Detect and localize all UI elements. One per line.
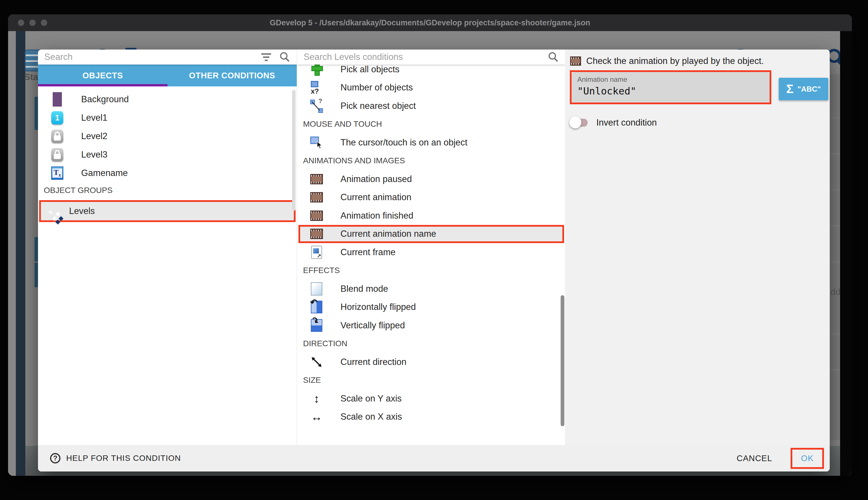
condition-description-row: Check the animation by played by the obj… [570, 56, 764, 66]
condition-list-scrollbar[interactable] [561, 295, 564, 426]
vertical-flip-icon [310, 318, 323, 333]
condition-list-panel: Pick all objects x? Number of objects ? … [297, 49, 565, 445]
section-effects: EFFECTS [297, 262, 565, 280]
invert-condition-row: Invert condition [569, 117, 657, 128]
frame-icon [310, 245, 323, 260]
condition-current-animation[interactable]: Current animation [297, 189, 565, 207]
object-list: Background 1 Level1 Level2 Level3 Tx Gam… [38, 87, 297, 222]
tab-objects[interactable]: OBJECTS [38, 65, 167, 87]
scene-tab-label-fragment: Sta [24, 72, 38, 82]
locked-button-icon [51, 129, 64, 144]
search-icon [548, 51, 559, 63]
scale-x-icon: ↔ [310, 410, 323, 424]
section-direction: DIRECTION [297, 335, 565, 353]
condition-description: Check the animation by played by the obj… [586, 56, 764, 66]
condition-animation-paused[interactable]: Animation paused [297, 170, 565, 189]
film-icon [310, 172, 323, 186]
condition-number-of-objects[interactable]: x? Number of objects [297, 79, 565, 97]
horizontal-flip-icon [310, 300, 323, 314]
condition-scale-x[interactable]: ↔ Scale on X axis [297, 408, 565, 426]
condition-animation-finished[interactable]: Animation finished [297, 206, 565, 225]
help-for-condition-link[interactable]: ? HELP FOR THIS CONDITION [50, 453, 181, 463]
animation-name-field-annotation: Animation name "Unlocked" [570, 70, 771, 104]
close-window-button[interactable] [18, 20, 24, 26]
gdevelop-window: GDevelop 5 - /Users/dkarakay/Documents/G… [8, 14, 852, 476]
invert-condition-label: Invert condition [596, 117, 657, 128]
ok-button-annotation: OK [790, 448, 824, 469]
condition-scale-y[interactable]: ↕ Scale on Y axis [297, 389, 565, 408]
level1-button-icon: 1 [51, 111, 64, 125]
section-animations-and-images: ANIMATIONS AND IMAGES [297, 152, 565, 170]
condition-vertically-flipped[interactable]: Vertically flipped [297, 316, 565, 335]
ok-button[interactable]: OK [792, 450, 822, 467]
editor-dark-area [840, 31, 852, 476]
filter-icon[interactable] [261, 53, 271, 61]
object-search-input[interactable] [44, 52, 261, 62]
list-item-level3[interactable]: Level3 [38, 146, 297, 164]
condition-horizontally-flipped[interactable]: Horizontally flipped [297, 298, 565, 317]
search-icon [279, 51, 290, 63]
animation-name-field[interactable]: Animation name "Unlocked" [572, 72, 770, 103]
text-object-icon: Tx [51, 166, 64, 180]
condition-current-animation-name[interactable]: Current animation name [298, 225, 564, 243]
film-icon [310, 227, 323, 241]
invert-condition-toggle[interactable] [569, 118, 588, 127]
list-item-level1[interactable]: 1 Level1 [38, 109, 297, 127]
help-icon: ? [50, 453, 60, 463]
section-size: SIZE [297, 371, 565, 390]
condition-parameters-panel: Check the animation by played by the obj… [566, 49, 830, 445]
object-list-scrollbar[interactable] [292, 90, 296, 211]
minimize-window-button[interactable] [30, 20, 36, 26]
list-item-background[interactable]: Background [38, 90, 297, 109]
condition-pick-nearest-object[interactable]: ? Pick nearest object [297, 97, 565, 115]
list-item-level2[interactable]: Level2 [38, 127, 297, 146]
film-icon [310, 190, 323, 204]
locked-button-icon [51, 147, 64, 162]
purple-sprite-icon [51, 92, 64, 106]
animation-name-value[interactable]: "Unlocked" [577, 85, 764, 97]
list-item-levels-group[interactable]: Levels [39, 200, 296, 222]
scale-y-icon: ↕ [310, 391, 323, 406]
titlebar: GDevelop 5 - /Users/dkarakay/Documents/G… [8, 14, 852, 31]
object-groups-header: OBJECT GROUPS [38, 182, 297, 198]
object-selector-panel: OBJECTS OTHER CONDITIONS Background 1 Le… [38, 49, 297, 445]
condition-current-frame[interactable]: Current frame [297, 243, 565, 262]
window-title: GDevelop 5 - /Users/dkarakay/Documents/G… [270, 19, 590, 27]
expression-editor-button[interactable]: Σ "ABC" [779, 78, 828, 100]
tab-other-conditions[interactable]: OTHER CONDITIONS [167, 65, 297, 87]
cursor-on-object-icon [310, 135, 323, 150]
film-icon [310, 208, 323, 223]
condition-current-direction[interactable]: Current direction [297, 353, 565, 371]
condition-search-row [297, 49, 565, 65]
pick-nearest-icon: ? [310, 99, 323, 113]
condition-search-input[interactable] [304, 52, 548, 62]
dialog-footer: ? HELP FOR THIS CONDITION CANCEL OK [38, 445, 830, 471]
animation-name-label: Animation name [577, 76, 764, 83]
film-icon [570, 56, 581, 66]
edit-condition-dialog: OBJECTS OTHER CONDITIONS Background 1 Le… [38, 49, 830, 471]
sigma-icon: Σ [786, 82, 794, 96]
blend-mode-icon [310, 282, 323, 296]
cancel-button[interactable]: CANCEL [731, 450, 778, 467]
section-mouse-and-touch: MOUSE AND TOUCH [297, 115, 565, 134]
condition-list: Pick all objects x? Number of objects ? … [297, 60, 565, 426]
direction-icon [310, 355, 323, 369]
selector-tabs: OBJECTS OTHER CONDITIONS [38, 65, 297, 87]
traffic-lights [18, 20, 47, 26]
zoom-window-button[interactable] [41, 20, 47, 26]
events-sheet-left-strip [16, 31, 25, 476]
condition-blend-mode[interactable]: Blend mode [297, 280, 565, 298]
number-objects-icon: x? [310, 80, 323, 95]
list-item-gamename[interactable]: Tx Gamename [38, 164, 297, 182]
object-search-row [38, 49, 297, 65]
condition-cursor-on-object[interactable]: The cursor/touch is on an object [297, 133, 565, 152]
